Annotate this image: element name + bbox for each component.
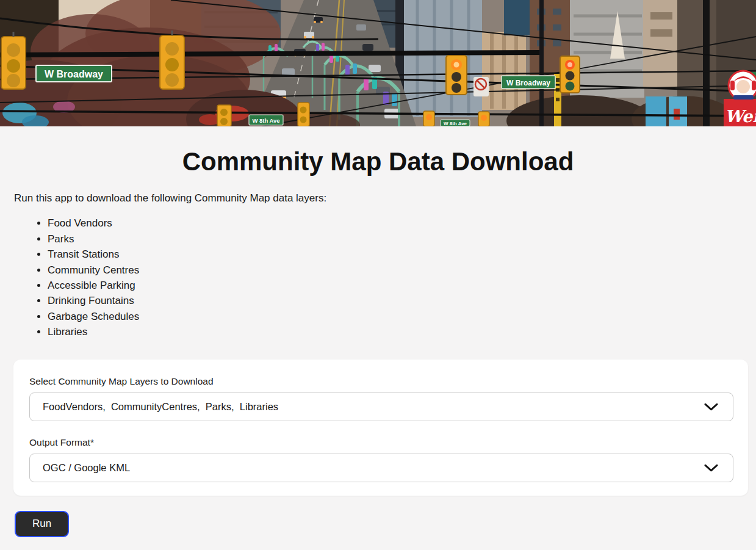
traffic-light-icon xyxy=(1,32,26,89)
traffic-light-icon xyxy=(160,31,184,89)
street-sign-w-broadway-right: W Broadway xyxy=(502,76,555,89)
street-sign-w-8th-ave-2: W 8th Ave xyxy=(441,120,470,126)
layers-field: Select Community Map Layers to Download … xyxy=(29,376,733,421)
no-stopping-sign xyxy=(473,77,489,96)
layers-select-label: Select Community Map Layers to Download xyxy=(29,376,733,387)
traffic-light-icon xyxy=(423,111,434,126)
chevron-down-icon xyxy=(704,464,718,472)
layers-list: Food Vendors Parks Transit Stations Comm… xyxy=(0,217,756,338)
list-item: Garbage Schedules xyxy=(48,311,756,323)
street-sign-w-8th-ave: W 8th Ave xyxy=(249,115,283,125)
traffic-light-icon xyxy=(446,56,467,95)
traffic-light-icon xyxy=(298,103,309,126)
list-item: Parks xyxy=(48,233,756,245)
chevron-down-icon xyxy=(704,403,718,411)
layers-select-value: FoodVendors, CommunityCentres, Parks, Li… xyxy=(43,401,278,413)
main-content: Community Map Data Download Run this app… xyxy=(0,148,756,537)
street-sign-text: W 8th Ave xyxy=(252,117,279,124)
run-button[interactable]: Run xyxy=(15,511,69,537)
street-sign-text: W 8th Ave xyxy=(444,121,467,126)
output-format-label: Output Format* xyxy=(29,437,733,448)
intro-text: Run this app to download the following C… xyxy=(14,192,756,204)
list-item: Accessible Parking xyxy=(48,280,756,292)
output-format-value: OGC / Google KML xyxy=(43,462,130,474)
list-item: Transit Stations xyxy=(48,248,756,261)
restaurant-sign-text: Wend xyxy=(725,107,756,126)
list-item: Drinking Fountains xyxy=(48,295,756,307)
download-form-card: Select Community Map Layers to Download … xyxy=(13,360,748,496)
output-format-select[interactable]: OGC / Google KML xyxy=(29,454,733,482)
output-format-field: Output Format* OGC / Google KML xyxy=(29,437,733,482)
hero-photo-svg: W Broadway W Broadway W 8th Ave W 8th Av… xyxy=(0,0,756,126)
traffic-light-icon xyxy=(217,105,231,126)
list-item: Food Vendors xyxy=(48,217,756,230)
list-item: Community Centres xyxy=(48,264,756,277)
hero-photo: W Broadway W Broadway W 8th Ave W 8th Av… xyxy=(0,0,756,126)
page-title: Community Map Data Download xyxy=(0,148,756,175)
layers-select[interactable]: FoodVendors, CommunityCentres, Parks, Li… xyxy=(29,393,733,421)
street-sign-text: W Broadway xyxy=(45,69,103,79)
traffic-light-icon xyxy=(560,56,580,93)
street-sign-text: W Broadway xyxy=(506,79,550,87)
list-item: Libraries xyxy=(48,326,756,338)
street-sign-w-broadway-left: W Broadway xyxy=(36,65,112,82)
traffic-light-icon xyxy=(478,112,489,126)
